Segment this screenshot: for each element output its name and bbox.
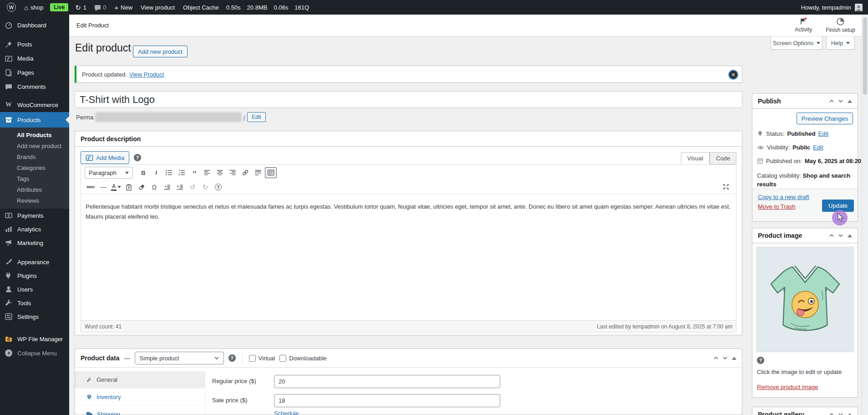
toggle-panel-icon[interactable] [848,413,852,415]
move-up-icon[interactable] [829,100,834,102]
screen-options-tab[interactable]: Screen Options [771,36,822,50]
bullet-list-button[interactable] [163,167,175,178]
permalink-url-redacted[interactable] [95,112,242,122]
submenu-categories[interactable]: Categories [0,162,69,173]
new-content-menu[interactable]: +New [110,0,137,15]
tab-visual[interactable]: Visual [681,152,710,164]
sidebar-item-pages[interactable]: Pages [0,66,69,80]
redo-button[interactable]: ↻ [199,182,211,193]
move-to-trash-link[interactable]: Move to Trash [758,203,795,210]
tab-inventory[interactable]: Inventory [75,389,205,406]
move-down-icon[interactable] [723,357,727,359]
toggle-panel-icon[interactable] [848,100,852,103]
align-center-button[interactable] [214,167,226,178]
help-tip-icon[interactable]: ? [134,154,141,161]
indent-button[interactable] [174,182,186,193]
submenu-tags[interactable]: Tags [0,173,69,184]
comments-menu[interactable]: 0 [91,0,110,15]
undo-button[interactable]: ↺ [187,182,198,193]
regular-price-input[interactable] [274,375,500,388]
horizontal-rule-button[interactable]: — [97,182,109,193]
italic-button[interactable]: I [150,167,162,178]
move-up-icon[interactable] [829,413,834,415]
strikethrough-button[interactable]: ABC [85,182,96,193]
fullscreen-button[interactable] [722,183,730,190]
product-image-thumbnail[interactable] [756,247,854,352]
sidebar-item-comments[interactable]: Comments [0,80,69,94]
sidebar-item-dashboard[interactable]: Dashboard [0,18,69,32]
product-type-select[interactable]: Simple product [135,352,224,364]
sidebar-item-payments[interactable]: $Payments [0,209,69,222]
align-right-button[interactable] [227,167,239,178]
special-character-button[interactable]: Ω [148,182,160,193]
sidebar-item-users[interactable]: Users [0,282,69,296]
move-down-icon[interactable] [838,413,843,415]
editor-help-button[interactable]: ? [212,182,224,193]
virtual-checkbox[interactable] [249,355,256,362]
downloadable-checkbox[interactable] [279,355,286,362]
account-menu[interactable]: Howdy, tempadmin [796,4,868,11]
add-media-button[interactable]: Add Media [81,151,129,164]
move-down-icon[interactable] [838,234,843,237]
sidebar-item-marketing[interactable]: Marketing [0,236,69,250]
submenu-brands[interactable]: Brands [0,151,69,162]
add-new-product-button[interactable]: Add new product [133,46,188,57]
tab-shipping[interactable]: Shipping [75,406,205,415]
dismiss-notice-button[interactable]: ✕ [729,71,737,79]
editor-content-area[interactable]: Pellentesque habitant morbi tristique se… [81,194,736,320]
submenu-all-products[interactable]: All Products [0,129,69,140]
toggle-panel-icon[interactable] [848,234,852,237]
help-tip-icon[interactable]: ? [757,357,764,364]
object-cache-menu[interactable]: Object Cache [179,0,223,15]
blockquote-button[interactable]: “ [188,167,200,178]
sidebar-item-wp-file-manager[interactable]: WP File Manager [0,332,69,346]
clear-formatting-button[interactable] [136,182,147,193]
help-tip-icon[interactable]: ? [228,354,236,362]
tab-code[interactable]: Code [710,152,736,164]
toolbar-toggle-button[interactable] [265,167,277,178]
scrollbar-thumb[interactable] [863,17,867,95]
remove-product-image-link[interactable]: Remove product image [757,384,818,390]
read-more-tag-button[interactable] [252,167,264,178]
site-menu[interactable]: ⌂shop [20,0,47,15]
link-button[interactable] [239,167,251,178]
sidebar-collapse-menu[interactable]: Collapse Menu [0,346,69,360]
downloadable-checkbox-label[interactable]: Downloadable [279,355,326,362]
sidebar-item-plugins[interactable]: Plugins [0,269,69,282]
align-left-button[interactable] [201,167,213,178]
tab-general[interactable]: General [75,371,205,389]
copy-to-draft-link[interactable]: Copy to a new draft [758,194,809,200]
submenu-attributes[interactable]: Attributes [0,184,69,195]
text-color-button[interactable]: A [110,182,122,193]
sidebar-item-analytics[interactable]: Analytics [0,222,69,236]
sidebar-item-products[interactable]: Products [0,112,69,128]
paragraph-format-select[interactable]: Paragraph [85,167,133,179]
sidebar-item-woocommerce[interactable]: WWooCommerce [0,97,69,112]
edit-status-link[interactable]: Edit [818,130,828,137]
sidebar-item-media[interactable]: Media [0,51,69,66]
view-product-link[interactable]: View Product [129,71,164,78]
vertical-scrollbar[interactable] [862,15,868,415]
move-up-icon[interactable] [829,234,834,237]
sale-price-input[interactable] [274,394,500,407]
sidebar-item-posts[interactable]: Posts [0,37,69,51]
numbered-list-button[interactable] [176,167,188,178]
virtual-checkbox-label[interactable]: Virtual [249,355,275,362]
activity-button[interactable]: Activity [795,17,812,33]
updates-menu[interactable]: ↻1 [71,0,91,15]
edit-permalink-button[interactable]: Edit [247,112,266,122]
submenu-reviews[interactable]: Reviews [0,195,69,206]
edit-visibility-link[interactable]: Edit [813,144,823,151]
move-up-icon[interactable] [714,357,718,359]
paste-as-text-button[interactable] [123,182,135,193]
wordpress-logo-menu[interactable]: W [3,0,20,15]
view-product-link[interactable]: View product [137,0,179,15]
toggle-panel-icon[interactable] [732,357,736,360]
outdent-button[interactable] [161,182,173,193]
sidebar-item-tools[interactable]: Tools [0,296,69,310]
schedule-link[interactable]: Schedule [274,410,299,415]
bold-button[interactable]: B [137,167,149,178]
help-tab[interactable]: Help [826,36,855,50]
preview-changes-button[interactable]: Preview Changes [797,113,853,124]
sidebar-item-appearance[interactable]: Appearance [0,255,69,269]
